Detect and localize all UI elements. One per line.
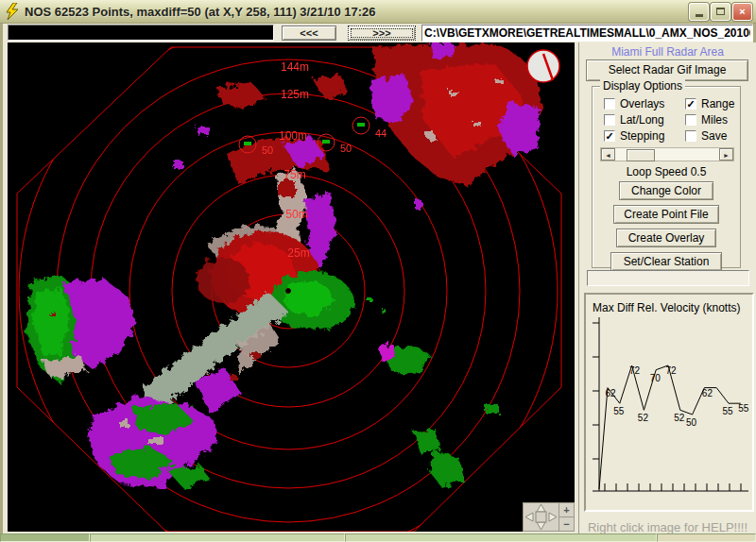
marker-label: 44 bbox=[375, 127, 387, 139]
miles-label: Miles bbox=[701, 113, 728, 127]
svg-text:62: 62 bbox=[702, 388, 713, 398]
status-panel-2 bbox=[90, 534, 345, 542]
save-label: Save bbox=[701, 129, 727, 143]
control-panel: Miami Full Radar Area Select Radar Gif I… bbox=[578, 42, 756, 534]
overlays-checkbox-box[interactable] bbox=[604, 98, 615, 110]
ring-label-100m: 100m bbox=[279, 129, 307, 143]
ring-label-125m: 125m bbox=[281, 88, 309, 101]
status-panel-3 bbox=[345, 534, 657, 542]
marker-label: 50 bbox=[340, 143, 352, 154]
app-window: NOS 62523 Points, maxdiff=50 (at X,Y 258… bbox=[0, 0, 756, 542]
range-checkbox-box[interactable]: ✓ bbox=[685, 98, 696, 110]
step-back-button[interactable]: <<< bbox=[282, 25, 336, 41]
save-checkbox-box[interactable] bbox=[685, 130, 696, 142]
svg-text:62: 62 bbox=[605, 388, 616, 398]
loop-preview-box bbox=[8, 25, 274, 41]
scroll-right-arrow[interactable]: ► bbox=[719, 148, 733, 161]
pan-arrows-icon[interactable] bbox=[524, 503, 558, 531]
checkbox-stepping[interactable]: ✓ Stepping bbox=[604, 129, 664, 143]
overlays-label: Overlays bbox=[620, 97, 664, 110]
checkbox-overlays[interactable]: Overlays bbox=[604, 97, 664, 110]
svg-text:50: 50 bbox=[686, 417, 697, 428]
marker-label: 50 bbox=[262, 144, 273, 156]
zoom-in-button[interactable]: + bbox=[559, 503, 574, 517]
svg-text:52: 52 bbox=[674, 413, 685, 423]
display-options-group: Display Options Overlays ✓ Range Lat/Lon… bbox=[592, 86, 741, 268]
radar-svg: 144m 125m 100m 75m 50m 25m 50 50 44 bbox=[8, 42, 575, 532]
stepping-label: Stepping bbox=[620, 129, 664, 143]
radar-center-dot bbox=[286, 289, 291, 294]
pan-zoom-control[interactable]: + − bbox=[523, 502, 575, 532]
checkbox-save[interactable]: Save bbox=[685, 129, 727, 143]
stepping-checkbox-box[interactable]: ✓ bbox=[604, 130, 615, 142]
loop-speed-scrollbar[interactable]: ◄ ► bbox=[600, 147, 734, 161]
step-forward-button[interactable]: >>> bbox=[348, 25, 416, 41]
svg-text:52: 52 bbox=[638, 413, 649, 423]
minimize-button[interactable] bbox=[689, 3, 709, 21]
checkbox-miles[interactable]: Miles bbox=[685, 113, 728, 127]
svg-text:72: 72 bbox=[665, 365, 677, 376]
ring-label-144m: 144m bbox=[281, 60, 309, 74]
svg-text:72: 72 bbox=[629, 365, 641, 376]
radar-image[interactable]: 144m 125m 100m 75m 50m 25m 50 50 44 bbox=[8, 42, 575, 532]
change-color-button[interactable]: Change Color bbox=[619, 181, 713, 200]
ring-label-50m: 50m bbox=[285, 208, 307, 221]
ring-label-25m: 25m bbox=[287, 246, 309, 260]
status-panel-1 bbox=[0, 534, 90, 542]
display-options-title: Display Options bbox=[600, 79, 685, 93]
status-bar bbox=[0, 534, 756, 542]
minimize-icon bbox=[696, 14, 703, 17]
select-radar-gif-button[interactable]: Select Radar Gif Image bbox=[586, 59, 748, 81]
svg-text:70: 70 bbox=[650, 373, 662, 383]
range-label: Range bbox=[701, 97, 734, 110]
close-button[interactable]: × bbox=[732, 3, 752, 21]
checkbox-range[interactable]: ✓ Range bbox=[685, 97, 734, 110]
chart-title: Max Diff Rel. Velocity (knotts) bbox=[593, 301, 741, 314]
direction-dial bbox=[527, 50, 559, 82]
lightning-bolt-icon bbox=[4, 3, 21, 20]
title-bar: NOS 62523 Points, maxdiff=50 (at X,Y 258… bbox=[0, 0, 756, 24]
miles-checkbox-box[interactable] bbox=[685, 114, 696, 126]
scroll-thumb[interactable] bbox=[627, 149, 655, 161]
svg-text:55: 55 bbox=[613, 406, 625, 416]
svg-text:55: 55 bbox=[738, 403, 749, 414]
velocity-chart-svg: Max Diff Rel. Velocity (knotts) 62557252… bbox=[586, 295, 752, 510]
create-overlay-button[interactable]: Create Overlay bbox=[616, 229, 716, 247]
set-clear-station-button[interactable]: Set/Clear Station bbox=[610, 252, 722, 271]
toolbar: <<< >>> bbox=[3, 24, 753, 42]
latlong-label: Lat/Long bbox=[620, 113, 664, 127]
chart-plot: 6255725270725250625555 bbox=[593, 323, 749, 491]
restore-button[interactable] bbox=[711, 3, 730, 21]
svg-text:55: 55 bbox=[722, 406, 733, 416]
ring-label-75m: 75m bbox=[284, 168, 305, 181]
zoom-out-button[interactable]: − bbox=[559, 517, 574, 531]
help-text: Right click image for HELP!!!! bbox=[579, 520, 756, 534]
window-title: NOS 62523 Points, maxdiff=50 (at X,Y 258… bbox=[25, 5, 689, 19]
checkbox-latlong[interactable]: Lat/Long bbox=[604, 113, 664, 127]
status-panel-4 bbox=[657, 534, 756, 542]
scroll-left-arrow[interactable]: ◄ bbox=[601, 148, 615, 161]
radar-area-label: Miami Full Radar Area bbox=[579, 45, 756, 59]
latlong-checkbox-box[interactable] bbox=[604, 114, 615, 126]
restore-icon bbox=[716, 8, 725, 15]
loop-speed-label: Loop Speed 0.5 bbox=[593, 165, 740, 178]
status-text-field[interactable] bbox=[587, 270, 749, 286]
create-point-file-button[interactable]: Create Point File bbox=[613, 205, 719, 224]
velocity-chart-panel: Max Diff Rel. Velocity (knotts) 62557252… bbox=[584, 293, 754, 512]
gif-path-input[interactable] bbox=[421, 25, 753, 42]
